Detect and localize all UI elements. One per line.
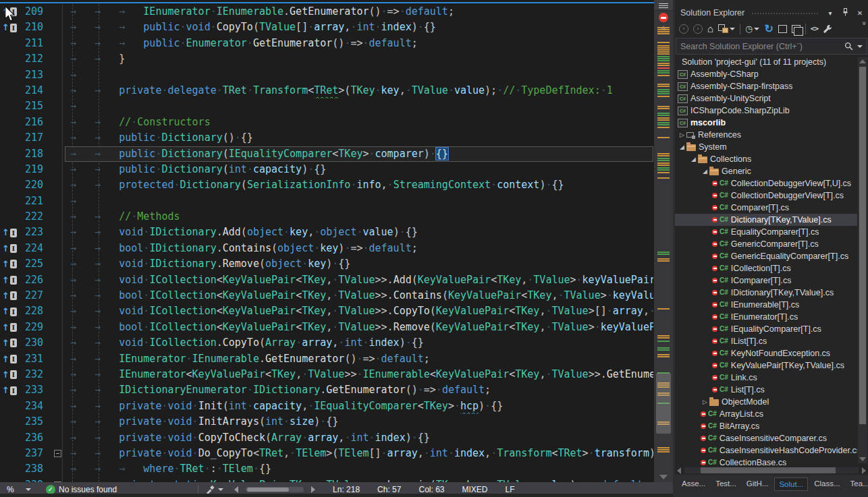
code-line[interactable]: 235→→private·void·InitArrays(int·size)·{… — [0, 414, 653, 430]
reference-up-icon[interactable]: ↑ — [2, 335, 9, 351]
tree-item[interactable]: C#BitArray.cs — [675, 420, 857, 432]
tree-item[interactable]: C#List[T].cs — [675, 384, 857, 396]
code-line[interactable]: ↑I210→→→public·void·CopyTo(TValue[]·arra… — [0, 20, 653, 35]
tree-horizontal-scrollbar[interactable] — [675, 466, 868, 475]
tree-item[interactable]: ◢Collections — [675, 153, 857, 165]
tree-hscroll-track[interactable] — [684, 467, 859, 473]
code-line[interactable]: 212→→} — [0, 51, 653, 67]
code-line[interactable]: 216→→//·Constructors — [0, 115, 653, 130]
tree-item[interactable]: C#IEqualityComparer[T].cs — [675, 323, 857, 335]
code-line[interactable]: 239−→→private·static·KeyValuePair<TKey,·… — [0, 477, 653, 482]
code-line[interactable]: ↑I229→→bool·ICollection<KeyValuePair<TKe… — [0, 320, 653, 335]
code-line[interactable]: 219→→public·Dictionary(int·capacity)·{} — [0, 162, 653, 177]
tree-item[interactable]: C#IEnumerator[T].cs — [675, 311, 857, 323]
window-position-button[interactable]: ▾ — [825, 9, 836, 17]
pin-button[interactable] — [840, 8, 850, 18]
panel-title-bar[interactable]: Solution Explorer ▾ ✕ — [675, 0, 868, 20]
chevron-down-icon[interactable] — [857, 45, 863, 48]
reference-up-icon[interactable]: ↑ — [2, 367, 9, 382]
code-line[interactable]: 236→→private·void·CopyToCheck(Array·arra… — [0, 430, 653, 446]
code-line[interactable]: ↑I209→→→IEnumerator·IEnumerable.GetEnume… — [0, 4, 653, 20]
scroll-left-arrow-icon[interactable] — [234, 486, 238, 493]
code-line[interactable]: ↑I224→→bool·IDictionary.Contains(object·… — [0, 241, 653, 256]
tree-item[interactable]: C#Assembly-CSharp — [675, 68, 857, 80]
scroll-right-arrow-icon[interactable] — [311, 486, 315, 493]
reference-up-icon[interactable]: ↑ — [2, 225, 9, 240]
properties-button[interactable] — [823, 24, 832, 34]
scroll-left-arrow-icon[interactable] — [677, 467, 681, 474]
tree-item[interactable]: C#Dictionary[TKey,TValue].cs — [675, 214, 857, 226]
reference-up-icon[interactable]: ↑ — [2, 382, 9, 398]
code-line[interactable]: ↑I233→→IDictionaryEnumerator·IDictionary… — [0, 382, 653, 398]
code-line[interactable]: 215→ — [0, 98, 653, 114]
code-line[interactable]: 238→→→where·TRet·:·TElem·{} — [0, 461, 653, 477]
reference-up-icon[interactable]: ↑ — [2, 241, 9, 256]
reference-up-icon[interactable]: ↑ — [2, 303, 9, 319]
tree-item[interactable]: C#CollectionBase.cs — [675, 457, 857, 466]
tree-item[interactable]: ◢Generic — [675, 165, 857, 177]
hscroll-thumb[interactable] — [247, 488, 289, 492]
scrollbar-thumb[interactable] — [656, 373, 671, 434]
code-line[interactable]: 214→→private·delegate·TRet·Transform<TRe… — [0, 83, 653, 98]
interface-badge-icon[interactable]: I — [10, 355, 17, 363]
issues-indicator[interactable]: ✓ No issues found — [46, 485, 117, 494]
panel-tab[interactable]: GitH... — [742, 477, 773, 490]
interface-badge-icon[interactable]: I — [10, 244, 17, 253]
toolbar-overflow-button[interactable]: » — [861, 22, 868, 26]
tree-item[interactable]: C#Assembly-UnityScript — [675, 92, 857, 105]
show-all-files-button[interactable] — [792, 25, 801, 33]
tree-item[interactable]: ◢System — [675, 141, 857, 153]
tree-vscroll-thumb[interactable] — [859, 67, 866, 424]
scroll-right-arrow-icon[interactable] — [862, 467, 866, 474]
code-line[interactable]: ↑I227→→bool·ICollection<KeyValuePair<TKe… — [0, 288, 653, 303]
reference-up-icon[interactable]: ↑ — [2, 256, 9, 272]
tree-item[interactable]: C#mscorlib — [675, 117, 857, 129]
tree-item[interactable]: C#ArrayList.cs — [675, 408, 857, 420]
code-lines[interactable]: ↑I209→→→IEnumerator·IEnumerable.GetEnume… — [0, 4, 653, 482]
tree-item[interactable]: C#GenericComparer[T].cs — [675, 238, 857, 250]
fold-collapse-icon[interactable]: − — [54, 450, 61, 457]
collapse-all-button[interactable] — [778, 25, 787, 33]
view-code-button[interactable]: <> — [811, 24, 818, 33]
panel-tab[interactable]: Solut... — [774, 477, 808, 491]
tree-item[interactable]: C#Link.cs — [675, 372, 857, 384]
interface-badge-icon[interactable]: I — [10, 339, 17, 347]
panel-tab[interactable]: Tea... — [846, 477, 868, 490]
code-editor[interactable]: ↑I209→→→IEnumerator·IEnumerable.GetEnume… — [0, 0, 673, 482]
reference-up-icon[interactable]: ↑ — [2, 351, 9, 367]
document-health-error-icon[interactable] — [659, 13, 668, 22]
fold-collapse-icon[interactable]: − — [54, 481, 61, 482]
tree-item[interactable]: C#CaseInsensitiveComparer.cs — [675, 432, 857, 444]
collapsed-chevron-icon[interactable]: ▷ — [701, 396, 709, 408]
expanded-chevron-icon[interactable]: ◢ — [689, 153, 698, 165]
code-line[interactable]: ↑I228→→void·ICollection<KeyValuePair<TKe… — [0, 303, 653, 319]
reference-up-icon[interactable]: ↑ — [2, 288, 9, 303]
tree-item[interactable]: C#CollectionDebuggerView[T,U].cs — [675, 177, 857, 189]
forward-button[interactable]: › — [693, 24, 703, 34]
search-icon[interactable] — [844, 42, 853, 51]
editor-scrollbar[interactable] — [654, 0, 673, 482]
code-line[interactable]: 221→ — [0, 194, 653, 209]
code-line[interactable]: 222→→//·Methods — [0, 209, 653, 225]
code-line[interactable]: ↑I230→→void·ICollection.CopyTo(Array·arr… — [0, 335, 653, 351]
tree-item[interactable]: C#CaseInsensitiveHashCodeProvider.cs — [675, 444, 857, 457]
tree-item[interactable]: C#ICollection[T].cs — [675, 262, 857, 274]
tree-item[interactable]: C#EqualityComparer[T].cs — [675, 226, 857, 238]
tree-item[interactable]: C#KeyNotFoundException.cs — [675, 347, 857, 359]
editor-horizontal-scrollbar[interactable] — [234, 486, 315, 493]
back-button[interactable]: ‹ — [679, 24, 688, 34]
tree-item[interactable]: C#Comparer[T].cs — [675, 202, 857, 214]
tree-item[interactable]: C#IComparer[T].cs — [675, 274, 857, 287]
tree-item[interactable]: C#ICSharpCode.SharpZipLib — [675, 105, 857, 117]
collapsed-chevron-icon[interactable]: ▷ — [678, 129, 686, 141]
drag-grip[interactable] — [751, 12, 818, 16]
panel-tab[interactable]: Asse... — [678, 477, 709, 490]
tree-item[interactable]: C#CollectionDebuggerView[T].cs — [675, 189, 857, 202]
code-line[interactable]: 217→→public·Dictionary()·{} — [0, 130, 653, 146]
code-line[interactable]: 213→ — [0, 67, 653, 83]
code-line[interactable]: 237−→→private·void·Do_CopyTo<TRet,·TElem… — [0, 446, 653, 461]
code-line[interactable]: 211→→→public·Enumerator·GetEnumerator()·… — [0, 36, 653, 51]
close-button[interactable]: ✕ — [855, 9, 865, 17]
tree-item[interactable]: C#GenericEqualityComparer[T].cs — [675, 250, 857, 262]
panel-tab[interactable]: Test... — [711, 477, 740, 490]
